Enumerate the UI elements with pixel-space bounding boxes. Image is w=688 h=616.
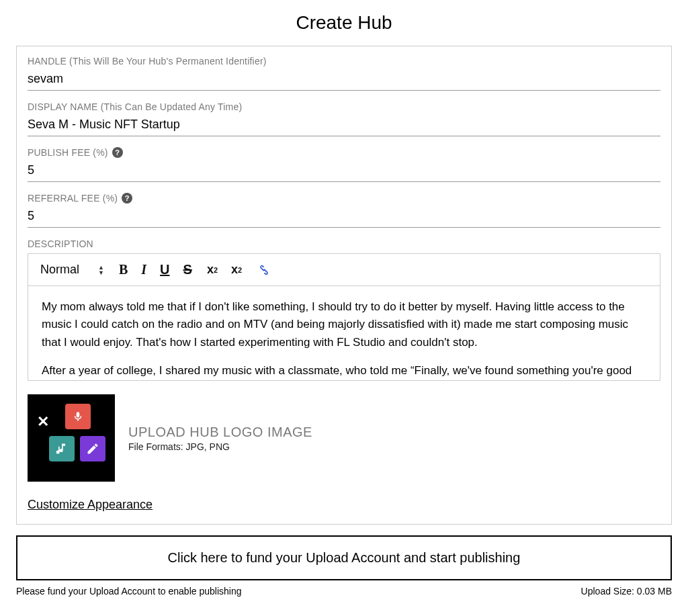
editor-toolbar: Normal ▲▼ B I U S x2 x2 (28, 254, 660, 286)
upload-subtitle: File Formats: JPG, PNG (128, 441, 312, 452)
description-paragraph: After a year of college, I shared my mus… (42, 362, 646, 380)
description-paragraph: My mom always told me that if I don't li… (42, 298, 646, 351)
create-hub-form: HANDLE (This Will Be Your Hub's Permanen… (16, 46, 672, 525)
publish-fee-label: PUBLISH FEE (%) (28, 147, 108, 158)
upload-text: UPLOAD HUB LOGO IMAGE File Formats: JPG,… (128, 425, 312, 452)
logo-thumbnail[interactable]: ✕ (28, 394, 115, 482)
pencil-paper-icon (80, 436, 105, 461)
rich-text-editor: Normal ▲▼ B I U S x2 x2 (28, 253, 660, 381)
display-name-field: DISPLAY NAME (This Can Be Updated Any Ti… (28, 101, 660, 136)
referral-fee-input[interactable] (28, 206, 660, 228)
strikethrough-button[interactable]: S (183, 262, 192, 277)
referral-fee-label: REFERRAL FEE (%) (28, 193, 118, 204)
fund-account-button[interactable]: Click here to fund your Upload Account a… (16, 535, 672, 580)
publish-fee-field: PUBLISH FEE (%) ? (28, 147, 660, 182)
footer-message: Please fund your Upload Account to enabl… (16, 586, 241, 597)
underline-button[interactable]: U (160, 262, 169, 277)
mic-icon (65, 404, 91, 429)
description-field: DESCRIPTION Normal ▲▼ B I U S x2 x2 (28, 238, 660, 381)
description-label: DESCRIPTION (28, 238, 660, 249)
upload-size: Upload Size: 0.03 MB (581, 586, 672, 597)
footer: Please fund your Upload Account to enabl… (16, 586, 672, 597)
link-button[interactable] (257, 263, 271, 277)
upload-title: UPLOAD HUB LOGO IMAGE (128, 425, 312, 440)
help-icon[interactable]: ? (122, 193, 132, 204)
superscript-button[interactable]: x2 (231, 263, 242, 277)
chevron-sort-icon: ▲▼ (98, 265, 104, 275)
display-name-input[interactable] (28, 115, 660, 136)
music-notes-icon (49, 436, 75, 461)
page-title: Create Hub (16, 12, 672, 34)
close-icon[interactable]: ✕ (37, 413, 49, 431)
handle-field: HANDLE (This Will Be Your Hub's Permanen… (28, 56, 660, 91)
link-icon (257, 263, 271, 277)
handle-label: HANDLE (This Will Be Your Hub's Permanen… (28, 56, 660, 67)
referral-fee-field: REFERRAL FEE (%) ? (28, 193, 660, 228)
publish-fee-input[interactable] (28, 161, 660, 182)
description-textarea[interactable]: My mom always told me that if I don't li… (28, 286, 660, 380)
display-name-label: DISPLAY NAME (This Can Be Updated Any Ti… (28, 101, 660, 112)
handle-input[interactable] (28, 69, 660, 91)
format-select[interactable]: Normal ▲▼ (40, 263, 104, 277)
format-select-label: Normal (40, 263, 79, 277)
logo-upload-row: ✕ UPLOAD HUB LOGO IMAGE File Formats: JP… (28, 394, 660, 482)
subscript-button[interactable]: x2 (207, 263, 218, 277)
help-icon[interactable]: ? (112, 147, 123, 158)
italic-button[interactable]: I (141, 262, 146, 277)
customize-appearance-link[interactable]: Customize Appearance (28, 498, 153, 512)
bold-button[interactable]: B (119, 262, 128, 277)
